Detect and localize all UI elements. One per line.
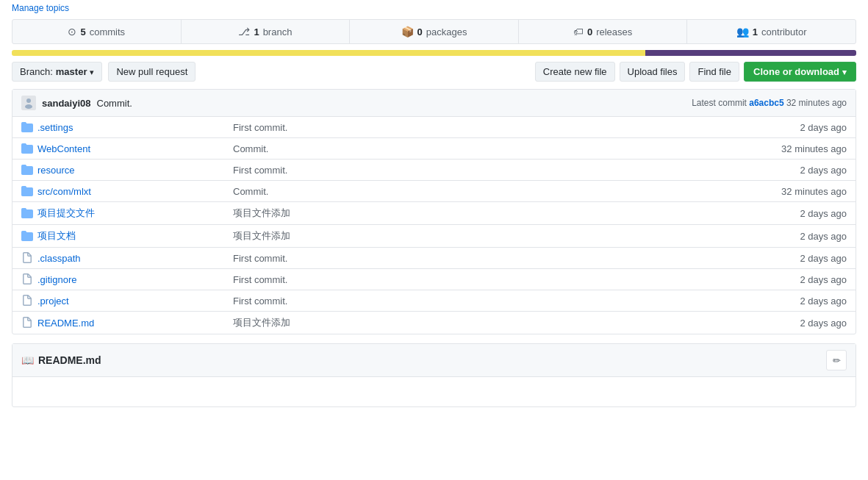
file-name-cell: .classpath (21, 252, 227, 264)
file-name-cell: 项目文档 (21, 229, 227, 243)
branch-prefix-label: Branch: (20, 66, 53, 77)
contributors-count[interactable]: 1 (753, 26, 758, 37)
packages-icon: 📦 (401, 26, 414, 37)
file-name-cell: 项目提交文件 (21, 207, 227, 220)
folder-icon (21, 164, 33, 176)
file-link[interactable]: .settings (37, 122, 73, 133)
file-link[interactable]: 项目文档 (37, 229, 76, 243)
table-row: 项目提交文件 项目文件添加 2 days ago (12, 202, 856, 225)
file-icon (21, 273, 33, 285)
readme-title-row: 📖 README.md (21, 354, 101, 366)
file-time: 2 days ago (744, 274, 847, 285)
edit-readme-button[interactable]: ✏ (826, 350, 847, 370)
contributors-icon: 👥 (736, 26, 749, 37)
file-link[interactable]: resource (37, 165, 75, 176)
svg-point-1 (26, 98, 31, 103)
file-name-cell: README.md (21, 317, 227, 329)
commit-author[interactable]: sandaiyi08 (42, 98, 91, 109)
new-pull-request-button[interactable]: New pull request (108, 62, 196, 82)
branch-name-label: master (56, 66, 87, 77)
packages-count[interactable]: 0 (417, 26, 423, 37)
commit-time: 32 minutes ago (786, 98, 847, 108)
packages-label: packages (426, 26, 467, 37)
language-segment-purple (645, 50, 856, 56)
folder-icon (21, 121, 33, 133)
find-file-button[interactable]: Find file (689, 62, 739, 82)
table-row: src/com/mlxt Commit. 32 minutes ago (12, 181, 856, 202)
branches-count[interactable]: 1 (254, 26, 259, 37)
file-commit-msg: First commit. (227, 253, 744, 264)
branch-selector[interactable]: Branch: master (12, 62, 102, 82)
clone-download-button[interactable]: Clone or download (744, 62, 856, 82)
file-commit-msg: First commit. (227, 165, 744, 176)
latest-commit-row: sandaiyi08 Commit. Latest commit a6acbc5… (12, 90, 856, 117)
releases-stat[interactable]: 🏷 0 releases (519, 20, 688, 43)
language-segment-yellow (12, 50, 645, 56)
contributors-label: contributor (761, 26, 806, 37)
readme-header: 📖 README.md ✏ (12, 344, 856, 377)
folder-icon (21, 230, 33, 242)
file-time: 2 days ago (744, 253, 847, 264)
commit-right: Latest commit a6acbc5 32 minutes ago (692, 98, 847, 108)
latest-commit-label: Latest commit (692, 98, 749, 108)
file-time: 2 days ago (744, 165, 847, 176)
file-time: 2 days ago (744, 318, 847, 329)
file-name-cell: .gitignore (21, 273, 227, 285)
file-name-cell: src/com/mlxt (21, 185, 227, 197)
folder-icon (21, 143, 33, 154)
file-commit-msg: 项目文件添加 (227, 316, 744, 329)
releases-label: releases (596, 26, 632, 37)
branch-icon: ⎇ (238, 26, 250, 37)
commits-icon: ⊙ (68, 26, 76, 37)
branches-label: branch (263, 26, 293, 37)
book-icon: 📖 (21, 354, 34, 366)
readme-body (12, 377, 856, 406)
commit-hash[interactable]: a6acbc5 (749, 98, 783, 108)
file-time: 32 minutes ago (744, 186, 847, 197)
table-row: .project First commit. 2 days ago (12, 290, 856, 312)
file-link[interactable]: README.md (37, 318, 94, 329)
commit-message[interactable]: Commit. (97, 98, 132, 109)
file-table: sandaiyi08 Commit. Latest commit a6acbc5… (12, 89, 856, 334)
file-link[interactable]: 项目提交文件 (37, 207, 95, 220)
file-time: 2 days ago (744, 122, 847, 133)
releases-icon: 🏷 (573, 26, 584, 37)
readme-section: 📖 README.md ✏ (12, 343, 856, 407)
releases-count[interactable]: 0 (587, 26, 592, 37)
file-icon (21, 252, 33, 264)
contributors-stat[interactable]: 👥 1 contributor (687, 20, 856, 43)
commits-count[interactable]: 5 (80, 26, 85, 37)
folder-icon (21, 207, 33, 219)
clone-download-label: Clone or download (753, 66, 839, 77)
pencil-icon: ✏ (833, 355, 841, 366)
manage-topics-link[interactable]: Manage topics (12, 3, 69, 13)
file-commit-msg: First commit. (227, 122, 744, 133)
branch-chevron-icon (90, 66, 94, 77)
folder-icon (21, 185, 33, 197)
table-row: README.md 项目文件添加 2 days ago (12, 312, 856, 334)
file-rows-container: .settings First commit. 2 days ago WebCo… (12, 117, 856, 334)
create-new-file-button[interactable]: Create new file (535, 62, 615, 82)
packages-stat[interactable]: 📦 0 packages (350, 20, 519, 43)
file-commit-msg: 项目文件添加 (227, 229, 744, 243)
table-row: 项目文档 项目文件添加 2 days ago (12, 225, 856, 248)
file-name-cell: .settings (21, 121, 227, 133)
file-link[interactable]: .gitignore (37, 274, 76, 285)
file-time: 2 days ago (744, 231, 847, 242)
branches-stat[interactable]: ⎇ 1 branch (182, 20, 351, 43)
file-link[interactable]: .project (37, 295, 69, 307)
file-time: 2 days ago (744, 208, 847, 219)
commit-left: sandaiyi08 Commit. (21, 96, 132, 110)
file-commit-msg: First commit. (227, 295, 744, 307)
upload-files-button[interactable]: Upload files (620, 62, 686, 82)
file-time: 2 days ago (744, 295, 847, 307)
language-bar (12, 50, 856, 56)
commits-stat[interactable]: ⊙ 5 commits (12, 20, 182, 43)
stats-bar: ⊙ 5 commits ⎇ 1 branch 📦 0 packages 🏷 0 … (12, 19, 856, 44)
file-name-cell: WebContent (21, 143, 227, 154)
table-row: .gitignore First commit. 2 days ago (12, 269, 856, 290)
file-link[interactable]: WebContent (37, 143, 90, 154)
file-link[interactable]: .classpath (37, 253, 81, 264)
file-link[interactable]: src/com/mlxt (37, 186, 91, 197)
table-row: .settings First commit. 2 days ago (12, 117, 856, 138)
